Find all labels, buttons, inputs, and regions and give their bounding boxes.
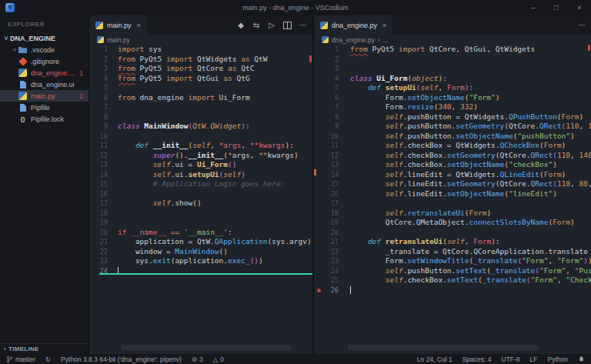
code-line[interactable]: 13 self.checkBox.setObjectName("checkBox… [314, 160, 591, 170]
line-number[interactable]: 13 [89, 160, 108, 170]
code-line[interactable]: 19 [89, 218, 312, 228]
code-line[interactable]: 21 application = QtW.QApplication(sys.ar… [89, 237, 312, 247]
line-number[interactable]: 14 [89, 170, 108, 180]
tab-main-py[interactable]: main.py × [89, 15, 147, 35]
code-line[interactable]: 10 self.pushButton.setObjectName("pushBu… [314, 132, 591, 142]
code-line[interactable]: 20 [314, 228, 591, 238]
line-number[interactable]: 16 [314, 189, 339, 199]
line-number[interactable]: 19 [314, 218, 339, 228]
code-line[interactable]: 14 self.lineEdit = QtWidgets.QLineEdit(F… [314, 170, 591, 180]
line-number[interactable]: 7 [314, 102, 339, 112]
split-editor-icon[interactable] [283, 21, 292, 30]
line-number[interactable]: 20 [89, 228, 108, 238]
code-line[interactable]: 8 self.pushButton = QtWidgets.QPushButto… [314, 112, 591, 122]
code-line[interactable]: 22 _translate = QtCore.QCoreApplication.… [314, 247, 591, 257]
code-line[interactable]: 8 [89, 112, 312, 122]
line-number[interactable]: 12 [314, 151, 339, 161]
code-line[interactable]: 17 self.show() [89, 199, 312, 209]
status-item[interactable]: LF [530, 356, 538, 363]
code-line[interactable]: 10 [89, 132, 312, 142]
line-number[interactable]: 21 [89, 237, 108, 247]
code-line[interactable]: 2 [314, 55, 591, 65]
open-changes-icon[interactable]: ⇆ [252, 21, 260, 30]
line-number[interactable]: 11 [89, 141, 108, 151]
horizontal-scrollbar-right[interactable] [348, 345, 538, 350]
line-number[interactable]: 14 [314, 170, 339, 180]
code-line[interactable]: 16 [89, 189, 312, 199]
status-item-warning[interactable]: △0 [213, 356, 224, 363]
code-line[interactable]: 23 Form.setWindowTitle(_translate("Form"… [314, 256, 591, 266]
code-line[interactable]: 15 # Application Logic goes here: [89, 179, 312, 189]
code-line[interactable]: 7 [89, 102, 312, 112]
status-item-sync[interactable]: ↻ [45, 356, 51, 363]
code-line[interactable]: 25 self.checkBox.setText(_translate("For… [314, 276, 591, 286]
timeline-section[interactable]: › TIMELINE [0, 343, 88, 354]
line-number[interactable]: 6 [314, 93, 339, 103]
code-line[interactable]: 17 [314, 199, 591, 209]
code-line[interactable]: 6 Form.setObjectName("Form") [314, 93, 591, 103]
breadcrumb-item[interactable]: main.py [107, 36, 130, 44]
line-number[interactable]: 7 [89, 102, 108, 112]
code-line[interactable]: 3from PyQt5 import QtCore as QtC [89, 64, 312, 74]
code-line[interactable]: 18 [89, 209, 312, 219]
code-line[interactable]: 16 self.lineEdit.setObjectName("lineEdit… [314, 189, 591, 199]
line-number[interactable]: 17 [89, 199, 108, 209]
code-line[interactable]: 22 window = MainWindow() [89, 247, 312, 257]
tab-dna-engine-py[interactable]: dna_engine.py × [314, 15, 392, 35]
line-number[interactable]: 4 [89, 74, 108, 84]
line-number[interactable]: 13 [314, 160, 339, 170]
code-line[interactable]: 13 self.ui = Ui_Form() [89, 160, 312, 170]
status-item[interactable]: Spaces: 4 [462, 356, 492, 363]
line-number[interactable]: 21 [314, 237, 339, 247]
code-line[interactable]: 9class MainWindow(QtW.QWidget): [89, 122, 312, 132]
tree-item-pipfile-lock[interactable]: {}Pipfile.lock [0, 113, 88, 125]
breadcrumb-item[interactable]: dna_engine.py [332, 36, 375, 44]
line-number[interactable]: 8 [314, 112, 339, 122]
line-number[interactable]: 11 [314, 141, 339, 151]
tree-root-dna-engine[interactable]: ∨DNA_ENGINE [0, 32, 88, 44]
line-number[interactable]: 10 [89, 132, 108, 142]
line-number[interactable]: 8 [89, 112, 108, 122]
more-actions-icon[interactable]: ⋯ [299, 21, 307, 30]
code-line[interactable]: 6from dna_engine import Ui_Form [89, 93, 312, 103]
tree-item-main-py[interactable]: main.py2 [0, 90, 88, 102]
code-line[interactable]: 14 self.ui.setupUi(self) [89, 170, 312, 180]
line-number[interactable]: 2 [314, 55, 339, 65]
line-number[interactable]: 2 [89, 55, 108, 65]
tree-item-pipfile[interactable]: Pipfile [0, 102, 88, 113]
run-python-diamond-icon[interactable]: ◆ [237, 21, 245, 30]
line-number[interactable]: 17 [314, 199, 339, 209]
code-line[interactable]: 11 def __init__(self, *args, **kwargs): [89, 141, 312, 151]
line-number[interactable]: 3 [89, 64, 108, 74]
more-actions-icon[interactable]: ⋯ [578, 21, 586, 30]
code-line[interactable]: 15 self.lineEdit.setGeometry(QtCore.QRec… [314, 179, 591, 189]
code-line[interactable]: 4class Ui_Form(object): [314, 74, 591, 84]
line-number[interactable]: 12 [89, 151, 108, 161]
code-line[interactable]: 23 sys.exit(application.exec_()) [89, 256, 312, 266]
code-line[interactable]: 12 super().__init__(*args, **kwargs) [89, 151, 312, 161]
status-item[interactable]: UTF-8 [502, 356, 520, 363]
line-number[interactable]: 3 [314, 64, 339, 74]
code-line[interactable]: 18 self.retranslateUi(Form) [314, 209, 591, 219]
horizontal-scrollbar-left[interactable] [122, 345, 291, 350]
maximize-button[interactable]: □ [545, 0, 568, 15]
line-number[interactable]: 5 [89, 83, 108, 93]
line-number[interactable]: 25 [314, 276, 339, 286]
status-item-branch[interactable]: master [6, 356, 35, 363]
code-line[interactable]: 1from PyQt5 import QtCore, QtGui, QtWidg… [314, 45, 591, 55]
status-item-bell[interactable] [578, 356, 585, 363]
line-number[interactable]: 16 [89, 189, 108, 199]
code-line[interactable]: 2from PyQt5 import QtWidgets as QtW [89, 55, 312, 65]
line-number[interactable]: 5 [314, 83, 339, 93]
close-tab-icon[interactable]: × [382, 22, 386, 29]
tree-item-dna-engine-ui[interactable]: dna_engine.ui [0, 78, 88, 90]
line-number[interactable]: 1 [314, 45, 339, 55]
minimize-button[interactable]: – [522, 0, 545, 15]
line-number[interactable]: 18 [314, 209, 339, 219]
code-line[interactable]: 4from PyQt5 import QtGui as QtG [89, 74, 312, 84]
line-number[interactable]: 22 [89, 247, 108, 257]
code-line[interactable]: 24 self.pushButton.setText(_translate("F… [314, 266, 591, 276]
code-line[interactable]: 21 def retranslateUi(self, Form): [314, 237, 591, 247]
status-item[interactable]: Ln 24, Col 1 [417, 356, 452, 363]
run-debug-icon[interactable]: ▷ [268, 21, 275, 30]
